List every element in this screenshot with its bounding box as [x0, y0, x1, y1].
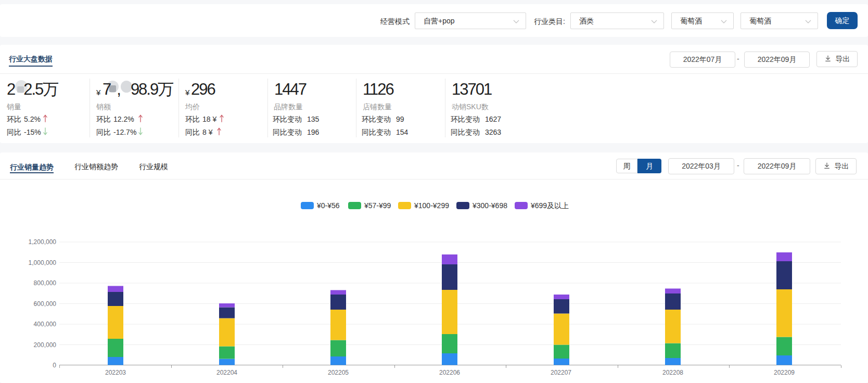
svg-text:800,000: 800,000: [34, 279, 57, 287]
svg-text:¥300-¥698: ¥300-¥698: [472, 201, 507, 210]
svg-text:200,000: 200,000: [34, 341, 57, 349]
svg-text:202205: 202205: [328, 369, 349, 376]
svg-text:202209: 202209: [774, 369, 795, 376]
svg-text:202204: 202204: [216, 369, 237, 376]
svg-text:¥0-¥56: ¥0-¥56: [316, 201, 340, 210]
svg-text:202207: 202207: [551, 369, 571, 376]
svg-text:400,000: 400,000: [34, 321, 57, 328]
svg-text:¥57-¥99: ¥57-¥99: [364, 201, 391, 210]
svg-text:600,000: 600,000: [34, 300, 57, 308]
svg-text:202208: 202208: [662, 369, 683, 376]
svg-text:1,200,000: 1,200,000: [29, 238, 57, 246]
svg-text:0: 0: [53, 362, 56, 369]
svg-text:¥100-¥299: ¥100-¥299: [414, 201, 449, 210]
svg-text:1,000,000: 1,000,000: [29, 259, 57, 266]
svg-text:202206: 202206: [439, 369, 460, 376]
svg-text:¥699及以上: ¥699及以上: [530, 201, 569, 210]
svg-text:202203: 202203: [105, 369, 126, 376]
